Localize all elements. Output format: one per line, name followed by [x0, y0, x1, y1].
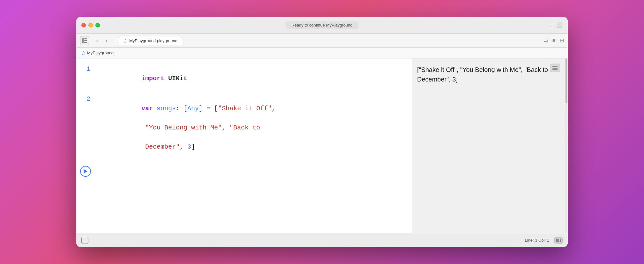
adjust-icon[interactable]: ⊞ [560, 37, 564, 43]
sidebar-right-icon[interactable]: ⬜ [556, 22, 563, 28]
svg-rect-8 [560, 239, 561, 242]
statusbar: Line: 3 Col: 1 [76, 233, 568, 247]
keyword-var: var [141, 105, 153, 112]
titlebar-right: + ⬜ [550, 22, 563, 28]
svg-rect-2 [84, 40, 87, 41]
svg-rect-5 [552, 66, 558, 67]
swift-tab-icon: ⬡ [124, 38, 127, 43]
code-line-1: 1 import UIKit [76, 64, 412, 94]
svg-rect-7 [556, 239, 559, 242]
status-label: Ready to continue MyPlayground [286, 21, 358, 29]
code-editor[interactable]: 1 import UIKit 2 var songs: [Any] = ["Sh… [76, 58, 412, 233]
toolbar: ‹ › ⬡ MyPlayground.playground ⇄ ≡ ⊞ [76, 34, 568, 48]
number-3: 3 [187, 143, 191, 151]
string-shake: "Shake it Off" [218, 105, 272, 112]
breadcrumb-bar: ⬡ MyPlayground [76, 48, 568, 58]
line-2-content: var songs: [Any] = ["Shake it Off", "You… [95, 94, 412, 161]
editor-scrollbar[interactable] [565, 58, 568, 233]
line-number-1: 1 [76, 64, 95, 74]
run-button[interactable] [80, 166, 91, 177]
refresh-icon[interactable]: ⇄ [544, 37, 548, 43]
forward-button[interactable]: › [102, 36, 111, 45]
string-december: December" [145, 143, 180, 151]
result-value: ["Shake it Off", "You Belong with Me", "… [417, 65, 560, 84]
string-you-belong: "You Belong with Me" [145, 124, 222, 131]
editor-container: 1 import UIKit 2 var songs: [Any] = ["Sh… [76, 58, 568, 233]
toolbar-divider [116, 37, 116, 44]
close-bracket: ] [191, 143, 195, 151]
nav-buttons: ‹ › [93, 36, 111, 45]
svg-rect-1 [84, 38, 87, 39]
list-icon[interactable]: ≡ [552, 38, 555, 43]
tab-label: MyPlayground.playground [129, 38, 177, 43]
comma2: , [222, 124, 229, 131]
run-button-area [76, 163, 412, 179]
result-view-button[interactable] [550, 64, 560, 72]
scrollbar-thumb[interactable] [565, 58, 567, 103]
xcode-window: Ready to continue MyPlayground + ⬜ ‹ › ⬡… [76, 17, 568, 247]
tab-myplayground[interactable]: ⬡ MyPlayground.playground [119, 37, 182, 45]
close-button[interactable] [81, 23, 86, 27]
breadcrumb-swift-icon: ⬡ [81, 50, 85, 56]
result-panel: ["Shake it Off", "You Belong with Me", "… [412, 58, 565, 233]
code-line-2: 2 var songs: [Any] = ["Shake it Off", "Y… [76, 94, 412, 162]
svg-rect-0 [82, 38, 84, 43]
line-1-content: import UIKit [95, 64, 412, 93]
uikit-text: UIKit [164, 75, 187, 82]
bracket-eq: ] = [ [199, 105, 218, 112]
titlebar: Ready to continue MyPlayground + ⬜ [76, 17, 568, 34]
space1 [153, 105, 157, 112]
cursor-position: Line: 3 Col: 1 [525, 238, 549, 243]
code-lines: 1 import UIKit 2 var songs: [Any] = ["Sh… [76, 64, 412, 162]
statusbar-left [81, 237, 88, 244]
stop-button[interactable] [81, 237, 88, 244]
sidebar-toggle-button[interactable] [80, 36, 89, 45]
traffic-lights [81, 23, 100, 27]
indent1 [95, 124, 145, 131]
var-songs: songs [157, 105, 176, 112]
comma3: , [180, 143, 187, 151]
type-any: Any [187, 105, 199, 112]
colon: : [ [176, 105, 187, 112]
statusbar-right: Line: 3 Col: 1 [525, 237, 563, 244]
svg-rect-3 [84, 42, 87, 43]
minimize-button[interactable] [88, 23, 93, 27]
breadcrumb-label: MyPlayground [87, 50, 114, 55]
line-number-2: 2 [76, 94, 95, 104]
inspector-toggle[interactable] [554, 237, 563, 244]
svg-marker-4 [84, 169, 87, 174]
add-icon[interactable]: + [550, 22, 552, 28]
comma1: , [272, 105, 275, 112]
string-back-to: "Back to [229, 124, 260, 131]
indent2 [95, 143, 145, 151]
titlebar-center: Ready to continue MyPlayground [286, 21, 358, 29]
keyword-import: import [141, 75, 164, 82]
maximize-button[interactable] [95, 23, 100, 27]
toolbar-right-icons: ⇄ ≡ ⊞ [544, 37, 564, 43]
back-button[interactable]: ‹ [93, 36, 101, 45]
svg-rect-6 [552, 68, 558, 70]
